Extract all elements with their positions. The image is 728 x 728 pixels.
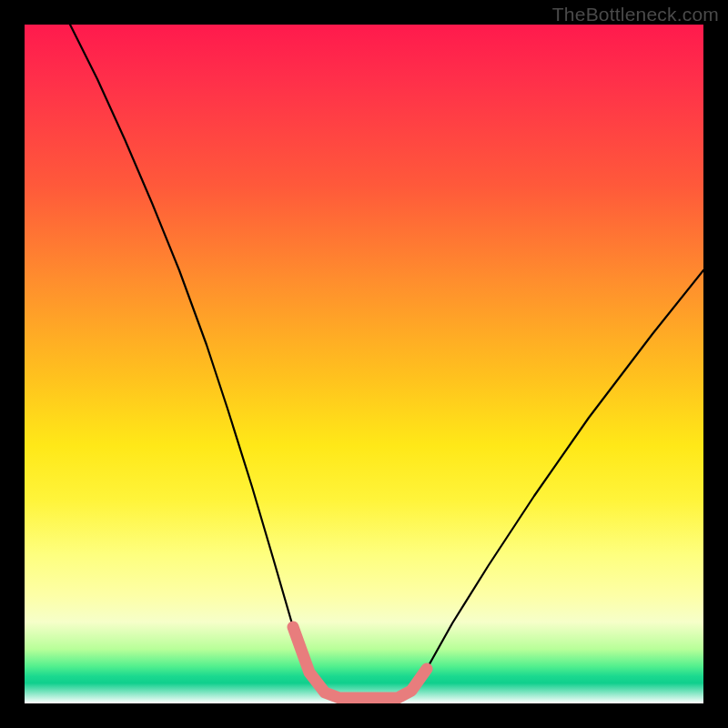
curve-layer: [25, 25, 703, 703]
watermark-text: TheBottleneck.com: [552, 4, 719, 25]
black-curve-path: [70, 25, 703, 698]
plot-area: [25, 25, 703, 703]
chart-frame: TheBottleneck.com: [0, 0, 728, 728]
pink-highlight-path: [293, 627, 427, 698]
